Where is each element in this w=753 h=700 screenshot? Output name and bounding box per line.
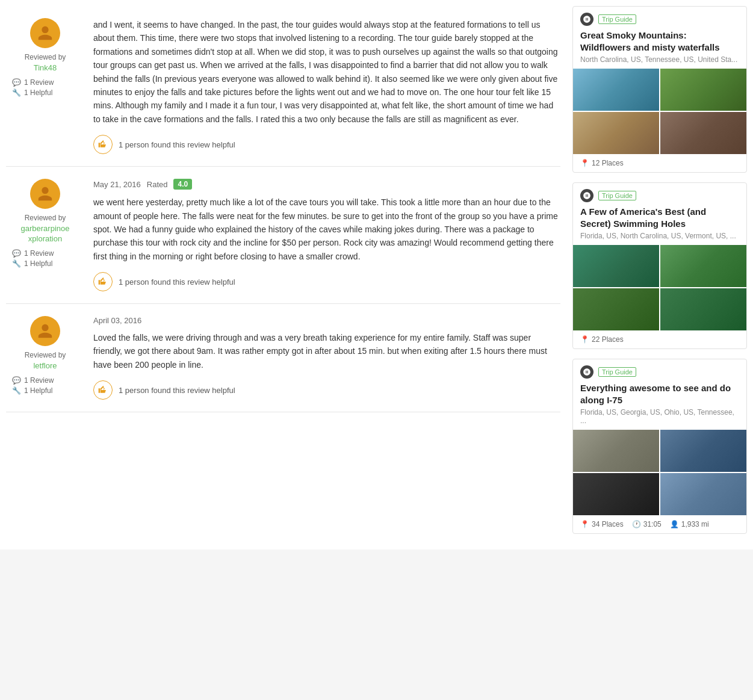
places-count-1: 12 Places — [592, 159, 624, 167]
helpful-text-2: 1 person found this review helpful — [119, 277, 235, 287]
trip-guide-title-2: A Few of America's Best (and Secret) Swi… — [573, 206, 746, 232]
review-count-1: 1 Review — [24, 78, 54, 87]
review-count-icon-1: 💬 — [12, 78, 21, 87]
main-content: Reviewed by Tink48 💬 1 Review 🔧 1 Helpfu… — [6, 6, 560, 544]
helpful-row-2: 1 person found this review helpful — [93, 272, 560, 291]
trip-guide-card-3[interactable]: Trip Guide Everything awesome to see and… — [572, 359, 747, 534]
page-container: Reviewed by Tink48 💬 1 Review 🔧 1 Helpfu… — [0, 0, 753, 550]
reviewer-stats-2: 💬 1 Review 🔧 1 Helpful — [6, 249, 84, 268]
trip-guide-img-2c — [573, 288, 659, 330]
trip-guide-footer-2: 📍 22 Places — [573, 330, 746, 348]
trip-guide-card-1[interactable]: Trip Guide Great Smoky Mountains: Wildfl… — [572, 6, 747, 173]
trip-guide-img-3a — [573, 430, 659, 472]
trip-guide-subtitle-3: Florida, US, Georgia, US, Ohio, US, Tenn… — [573, 408, 746, 430]
reviewer-col-1: Reviewed by Tink48 💬 1 Review 🔧 1 Helpfu… — [6, 18, 84, 154]
trip-guide-logo-2 — [580, 189, 593, 202]
reviewed-by-label-3: Reviewed by — [6, 351, 84, 359]
trip-guide-badge-2: Trip Guide — [598, 191, 636, 200]
review-count-icon-2: 💬 — [12, 249, 21, 258]
rated-label-2: Rated — [147, 180, 168, 189]
trip-guide-img-2b — [660, 245, 746, 287]
trip-guide-title-3: Everything awesome to see and do along I… — [573, 382, 746, 408]
trip-guide-header-2: Trip Guide — [573, 183, 746, 206]
helpful-count-icon-3: 🔧 — [12, 386, 21, 395]
trip-guide-footer-1: 📍 12 Places — [573, 154, 746, 172]
review-date-3: April 03, 2016 — [93, 316, 141, 325]
trip-guide-img-3c — [573, 473, 659, 515]
clock-icon-3: 🕐 — [632, 520, 641, 528]
helpful-row-3: 1 person found this review helpful — [93, 380, 560, 400]
review-meta-2: May 21, 2016 Rated 4.0 — [93, 179, 560, 190]
avatar-1 — [30, 18, 60, 48]
trip-guide-img-3b — [660, 430, 746, 472]
rating-badge-2: 4.0 — [173, 179, 192, 190]
reviewer-col-2: Reviewed by garberarpinoe xploration 💬 1… — [6, 179, 84, 291]
reviewed-by-label-1: Reviewed by — [6, 53, 84, 61]
helpful-count-icon-1: 🔧 — [12, 88, 21, 97]
trip-guide-header-3: Trip Guide — [573, 359, 746, 382]
helpful-count-icon-2: 🔧 — [12, 259, 21, 268]
helpful-text-3: 1 person found this review helpful — [119, 386, 235, 395]
review-meta-3: April 03, 2016 — [93, 316, 560, 325]
duration-item-3: 🕐 31:05 — [632, 520, 662, 528]
avatar-3 — [30, 316, 60, 346]
trip-guide-logo-1 — [580, 13, 593, 26]
pin-icon-1: 📍 — [580, 159, 589, 167]
helpful-btn-3[interactable] — [93, 380, 113, 400]
distance-3: 1,933 mi — [681, 520, 709, 528]
trip-guide-img-3d — [660, 473, 746, 515]
trip-guide-logo-3 — [580, 365, 593, 379]
places-count-2: 22 Places — [592, 335, 624, 344]
trip-guide-title-1: Great Smoky Mountains: Wildflowers and m… — [573, 29, 746, 55]
reviewer-stats-3: 💬 1 Review 🔧 1 Helpful — [6, 376, 84, 395]
places-item-1: 📍 12 Places — [580, 159, 624, 167]
trip-guide-badge-1: Trip Guide — [598, 14, 636, 24]
trip-guide-img-1c — [573, 112, 659, 154]
trip-guide-subtitle-1: North Carolina, US, Tennessee, US, Unite… — [573, 55, 746, 69]
helpful-row-1: 1 person found this review helpful — [93, 135, 560, 154]
helpful-btn-2[interactable] — [93, 272, 113, 291]
trip-guide-img-1a — [573, 69, 659, 111]
helpful-count-2: 1 Helpful — [24, 259, 52, 268]
trip-guide-badge-3: Trip Guide — [598, 367, 636, 377]
review-text-3: Loved the falls, we were driving through… — [93, 331, 560, 371]
review-body-2: May 21, 2016 Rated 4.0 we went here yest… — [93, 179, 560, 291]
trip-guide-images-1 — [573, 69, 746, 154]
trip-guide-card-2[interactable]: Trip Guide A Few of America's Best (and … — [572, 182, 747, 349]
reviewer-col-3: Reviewed by letflore 💬 1 Review 🔧 1 Help… — [6, 316, 84, 400]
reviewer-name-3[interactable]: letflore — [6, 361, 84, 371]
pin-icon-3: 📍 — [580, 520, 589, 528]
trip-guide-subtitle-2: Florida, US, North Carolina, US, Vermont… — [573, 232, 746, 245]
review-item-1: Reviewed by Tink48 💬 1 Review 🔧 1 Helpfu… — [6, 6, 560, 167]
review-body-1: and I went, it seems to have changed. In… — [93, 18, 560, 154]
duration-3: 31:05 — [643, 520, 662, 528]
trip-guide-img-2a — [573, 245, 659, 287]
review-item-2: Reviewed by garberarpinoe xploration 💬 1… — [6, 167, 560, 304]
trip-guide-img-1d — [660, 112, 746, 154]
trip-guide-images-3 — [573, 430, 746, 515]
reviewed-by-label-2: Reviewed by — [6, 214, 84, 222]
review-count-2: 1 Review — [24, 249, 54, 258]
avatar-2 — [30, 179, 60, 209]
helpful-count-3: 1 Helpful — [24, 386, 52, 395]
places-item-2: 📍 22 Places — [580, 335, 624, 344]
reviewer-name-2[interactable]: garberarpinoe xploration — [6, 224, 84, 244]
sidebar: Trip Guide Great Smoky Mountains: Wildfl… — [572, 6, 747, 544]
review-item-3: Reviewed by letflore 💬 1 Review 🔧 1 Help… — [6, 304, 560, 412]
review-count-3: 1 Review — [24, 376, 54, 385]
person-icon-3: 👤 — [670, 520, 679, 528]
distance-item-3: 👤 1,933 mi — [670, 520, 709, 528]
pin-icon-2: 📍 — [580, 335, 589, 344]
trip-guide-header-1: Trip Guide — [573, 7, 746, 29]
review-text-2: we went here yesterday, pretty much like… — [93, 196, 560, 263]
helpful-btn-1[interactable] — [93, 135, 113, 154]
places-item-3: 📍 34 Places — [580, 520, 624, 528]
review-body-3: April 03, 2016 Loved the falls, we were … — [93, 316, 560, 400]
trip-guide-footer-3: 📍 34 Places 🕐 31:05 👤 1,933 mi — [573, 515, 746, 533]
trip-guide-img-2d — [660, 288, 746, 330]
reviewer-name-1[interactable]: Tink48 — [6, 63, 84, 73]
helpful-text-1: 1 person found this review helpful — [119, 140, 235, 149]
review-text-1: and I went, it seems to have changed. In… — [93, 18, 560, 126]
review-date-2: May 21, 2016 — [93, 180, 141, 189]
helpful-count-1: 1 Helpful — [24, 88, 52, 97]
